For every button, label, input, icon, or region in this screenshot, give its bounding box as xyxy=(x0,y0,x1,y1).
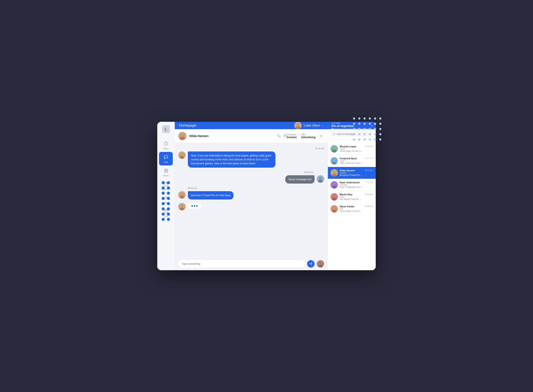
topbar-user-name: Lottie Oliver xyxy=(304,124,320,127)
message-timestamp-3: 08:43 am xyxy=(178,187,324,189)
sidebar-item-chat[interactable]: Chat xyxy=(159,152,173,165)
offer-label: Offer xyxy=(301,133,316,136)
send-button[interactable] xyxy=(307,260,315,268)
conv-name-5: Myrtie Diaz xyxy=(340,193,363,196)
message-avatar-3 xyxy=(178,191,186,199)
conv-name-1: Ricardo Lopez xyxy=(340,145,363,148)
svg-point-32 xyxy=(332,149,336,153)
conv-avatar-3 xyxy=(330,169,338,177)
sidebar-label-chat: Chat xyxy=(164,161,168,163)
svg-point-36 xyxy=(332,173,336,177)
message-row-2: Some message text xyxy=(178,175,324,184)
conversation-item-1[interactable]: Ricardo Lopez Adobe Three Ways To Get Tr… xyxy=(328,143,376,155)
page-title: Homepage xyxy=(179,124,196,127)
conv-company-1: Adobe xyxy=(340,148,363,150)
close-chat-button[interactable]: ✕ xyxy=(318,133,324,139)
conv-avatar-5 xyxy=(330,193,338,201)
topbar: Homepage Lottie Oliver › xyxy=(175,122,328,129)
conv-preview-2: Train Travel On Track For Safety xyxy=(340,162,363,164)
sidebar-label-board: Board xyxy=(163,175,168,177)
conversation-item-2[interactable]: Frederick Byrd Apple Train Travel On Tra… xyxy=(328,155,376,167)
message-row-3: Become A Travel Pro In One Easy xyxy=(178,191,324,200)
conversation-item-6[interactable]: Steve Fowler Dell Three Ways To Get Trav… xyxy=(328,203,376,215)
current-user-avatar xyxy=(317,260,324,268)
email-icon[interactable] xyxy=(283,134,287,138)
message-bubble-1: Now, if you are interested in being the … xyxy=(188,151,275,168)
conv-preview-1: Three Ways To Get Travel Disco... xyxy=(340,150,363,152)
svg-point-39 xyxy=(333,195,335,197)
conv-info-4: Ryan Underwood Avocade How To Maintain Y… xyxy=(340,181,364,188)
message-row-1: Now, if you are interested in being the … xyxy=(178,151,324,168)
main-content: Homepage Lottie Oliver › you have 5% of … xyxy=(175,122,376,270)
message-avatar-1 xyxy=(178,151,186,159)
conv-preview-3: Become A Travel Pro In One Eas... xyxy=(340,174,363,176)
conv-company-2: Apple xyxy=(340,160,363,162)
svg-point-17 xyxy=(333,133,335,135)
conv-info-1: Ricardo Lopez Adobe Three Ways To Get Tr… xyxy=(340,145,363,152)
svg-point-13 xyxy=(297,123,299,126)
svg-point-25 xyxy=(181,205,183,207)
svg-point-19 xyxy=(181,153,183,156)
conv-info-6: Steve Fowler Dell Three Ways To Get Trav… xyxy=(340,205,363,212)
sidebar-label-offers: Offers xyxy=(163,148,168,150)
phone-icon[interactable] xyxy=(277,134,281,138)
typing-indicator xyxy=(188,203,201,209)
company-label: Company xyxy=(287,133,297,136)
conversation-item-3[interactable]: Hilda Hansen Invision Become A Travel Pr… xyxy=(328,167,376,179)
conv-time-2: 10:11 am xyxy=(365,157,373,159)
svg-point-26 xyxy=(180,207,184,210)
typing-dot-2 xyxy=(194,205,195,207)
svg-rect-3 xyxy=(166,171,168,173)
svg-rect-0 xyxy=(164,143,168,145)
chat-icon xyxy=(163,154,169,160)
chat-area: 07:44 am Now, if you are interested in b… xyxy=(175,143,328,270)
conv-name-2: Frederick Byrd xyxy=(340,157,363,160)
offer-meta: Offer Advertising xyxy=(301,133,316,139)
conversation-item-4[interactable]: Ryan Underwood Avocade How To Maintain Y… xyxy=(328,179,376,191)
chat-input-area xyxy=(175,257,328,270)
svg-point-23 xyxy=(181,193,183,195)
board-icon xyxy=(163,168,169,174)
message-bubble-2: Some message text xyxy=(285,175,315,184)
svg-point-29 xyxy=(319,262,322,264)
sidebar-item-board[interactable]: Board xyxy=(157,165,175,179)
conv-avatar-1 xyxy=(330,145,338,153)
topbar-user-area: Lottie Oliver › xyxy=(294,122,323,129)
sidebar-item-offers[interactable]: Offers xyxy=(157,138,175,152)
svg-point-41 xyxy=(333,207,335,209)
conv-time-3: 08:43 am xyxy=(365,169,373,171)
conv-time-6: Yesterday xyxy=(364,205,373,207)
conv-company-5: Audi xyxy=(340,196,363,198)
contact-avatar xyxy=(178,132,187,140)
svg-point-38 xyxy=(332,186,336,189)
conv-company-6: Dell xyxy=(340,208,363,210)
company-value: Invision xyxy=(287,136,297,139)
message-avatar-typing xyxy=(178,203,186,210)
svg-point-24 xyxy=(180,196,184,199)
conversation-list: Ricardo Lopez Adobe Three Ways To Get Tr… xyxy=(328,143,376,270)
conv-name-3: Hilda Hansen xyxy=(340,169,363,172)
svg-rect-4 xyxy=(164,171,165,173)
offers-icon xyxy=(163,140,169,147)
svg-point-16 xyxy=(180,137,185,140)
content-area: 07:44 am Now, if you are interested in b… xyxy=(175,143,376,270)
conv-time-5: Yesterday xyxy=(364,193,373,195)
conv-company-3: Invision xyxy=(340,172,363,174)
svg-point-30 xyxy=(318,265,323,268)
conversation-item-5[interactable]: Myrtie Diaz Audi Get Ready Fast For Fall… xyxy=(328,191,376,203)
message-input[interactable] xyxy=(178,260,305,268)
svg-point-15 xyxy=(181,134,184,137)
topbar-chevron-icon: › xyxy=(322,124,323,127)
conv-name-4: Ryan Underwood xyxy=(340,181,364,184)
svg-point-31 xyxy=(333,147,335,149)
company-meta: Company Invision xyxy=(287,133,297,139)
message-timestamp-2: 08:43 am xyxy=(178,171,324,173)
svg-point-40 xyxy=(332,197,336,201)
conv-avatar-2 xyxy=(330,157,338,165)
svg-line-18 xyxy=(335,135,335,135)
svg-point-20 xyxy=(180,156,184,159)
conv-info-2: Frederick Byrd Apple Train Travel On Tra… xyxy=(340,157,363,164)
svg-point-35 xyxy=(333,171,335,173)
svg-point-33 xyxy=(333,159,335,161)
svg-point-42 xyxy=(332,210,336,213)
